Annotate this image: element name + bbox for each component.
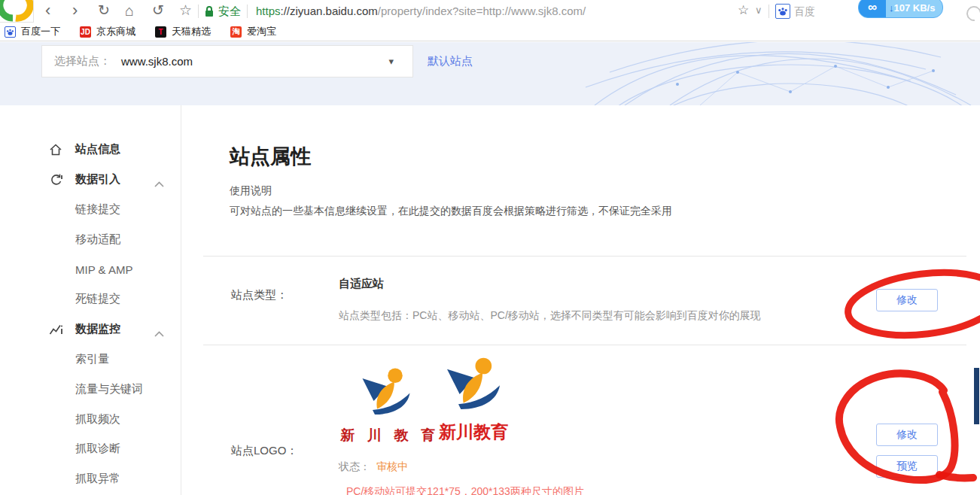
toolbar-divider [247,5,248,18]
row-divider [203,256,966,257]
usage-title: 使用说明 [230,184,272,198]
site-type-value: 自适应站 [339,277,384,291]
chevron-up-icon[interactable] [154,326,164,340]
refresh-icon[interactable]: ↻ [98,0,110,23]
scrollbar-thumb[interactable] [974,368,979,424]
secure-lock-icon [205,6,214,17]
row-divider [203,345,966,345]
logo-upload-note: PC/移动站可提交121*75，200*133两种尺寸的图片 [346,485,584,495]
download-speed-value: 107 KB/s [894,2,936,14]
monitor-icon [48,322,63,337]
baidu-paw-icon [5,26,16,38]
sidebar-item-9[interactable]: 抓取频次 [0,404,181,434]
sidebar-item-label: 站点信息 [75,142,120,156]
bookmark-label: 天猫精选 [172,25,211,38]
logo-figure-icon [355,411,417,424]
bookmark-item[interactable]: 百度一下 [5,25,60,38]
site-type-label: 站点类型： [231,288,288,302]
sidebar-item-label: 流量与关键词 [75,382,143,396]
site-logo-image-small: 新 川 教 育 [340,367,432,445]
sidebar-item-label: 数据引入 [75,172,120,187]
sidebar-item-11[interactable]: 抓取异常 [0,464,181,494]
sidebar-item-label: 移动适配 [75,232,120,247]
sidebar-item-label: 数据监控 [75,322,120,336]
bookmark-item[interactable]: 淘爱淘宝 [230,25,276,38]
sidebar-item-label: 索引量 [75,352,109,366]
download-speed-badge[interactable]: ∞ ↓107 KB/s [858,0,943,18]
url-scheme: https [256,5,281,17]
infinity-icon: ∞ [859,0,886,17]
chevron-down-icon[interactable]: ∨ [755,0,762,23]
site-logo-label: 站点LOGO： [231,444,297,458]
browser-toolbar: ‹ › ↻ ⌂ ↺ ☆ 安全 https://ziyuan.baidu.com/… [0,0,980,23]
baidu-extension-label[interactable]: 百度 [794,5,815,19]
sidebar-item-5[interactable]: 死链提交 [0,284,181,314]
logo-text-small: 新 川 教 育 [340,426,432,445]
sidebar-item-4[interactable]: MIP & AMP [0,254,181,284]
back-button-icon[interactable]: ‹ [45,0,50,23]
sidebar-item-label: MIP & AMP [75,263,132,276]
url-host: ://ziyuan.baidu.com [281,5,378,17]
address-bar[interactable]: https://ziyuan.baidu.com/property/index?… [256,5,586,17]
tmall-icon: T [155,26,166,38]
annotation-tail [939,475,973,478]
globe-mesh-graphic [580,42,980,105]
toolbar-divider [768,5,769,18]
sidebar-item-7[interactable]: 索引量 [0,345,181,375]
site-logo-modify-button[interactable]: 修改 [876,424,938,446]
sidebar-item-10[interactable]: 抓取诊断 [0,434,181,464]
site-logo-preview-button[interactable]: 预览 [876,455,938,478]
chevron-up-icon[interactable] [154,177,164,190]
sidebar-divider [181,105,181,495]
sidebar-item-section-1[interactable]: 数据引入 [0,165,181,195]
site-selector-label: 选择站点： [54,54,111,68]
site-type-modify-button[interactable]: 修改 [876,289,938,311]
home-icon [48,142,63,157]
default-site-link[interactable]: 默认站点 [428,54,473,68]
sidebar-item-label: 抓取诊断 [75,442,120,456]
forward-button-icon[interactable]: › [72,0,78,23]
bookmarks-bar: 百度一下JD京东商城T天猫精选淘爱淘宝 [0,23,980,41]
logo-status-label: 状态： [339,460,370,474]
browser-logo-icon [0,0,33,22]
sidebar-item-8[interactable]: 流量与关键词 [0,374,181,404]
bookmark-label: 京东商城 [96,25,135,38]
security-label: 安全 [218,5,241,19]
page-title: 站点属性 [230,143,311,170]
undo-icon[interactable]: ↺ [152,0,164,23]
select-caret-icon[interactable]: ▾ [388,56,394,67]
bookmark-item[interactable]: JD京东商城 [80,25,135,38]
usage-description: 可对站点的一些基本信息继续设置，在此提交的数据百度会根据策略进行筛选，不保证完全… [230,205,672,218]
baidu-paw-icon[interactable] [775,4,790,19]
favorite-star-icon[interactable]: ☆ [738,0,749,23]
sidebar-item-section-0[interactable]: 站点信息 [0,135,181,165]
sidebar-item-section-6[interactable]: 数据监控 [0,314,181,345]
sidebar-item-3[interactable]: 移动适配 [0,224,181,254]
bookmark-label: 爱淘宝 [247,25,276,38]
loading-circle-icon [963,3,980,24]
bookmark-item[interactable]: T天猫精选 [155,25,211,38]
home-icon[interactable]: ⌂ [125,0,134,23]
logo-figure-icon [438,406,509,419]
bookmark-star-icon[interactable]: ☆ [179,0,192,23]
browser-logo[interactable] [0,0,34,23]
sidebar-item-label: 抓取异常 [75,472,120,486]
toolbar-divider [198,5,199,18]
page-header: 选择站点： www.sjk8.com ▾ 默认站点 [0,42,980,105]
site-type-description: 站点类型包括：PC站、移动站、PC/移动站，选择不同类型有可能会影响到百度对你的… [339,309,761,323]
sidebar-nav: 站点信息数据引入链接提交移动适配MIP & AMP死链提交数据监控索引量流量与关… [0,105,181,494]
sidebar-item-label: 抓取频次 [75,412,120,427]
site-selector-value: www.sjk8.com [121,55,193,68]
taobao-icon: 淘 [230,26,242,38]
sidebar-item-label: 死链提交 [75,292,120,306]
browser-window: ‹ › ↻ ⌂ ↺ ☆ 安全 https://ziyuan.baidu.com/… [0,0,980,495]
site-logo-image-large: 新川教育 [435,357,512,444]
url-path: /property/index?site=http://www.sjk8.com… [378,5,586,17]
bookmark-label: 百度一下 [21,25,60,38]
sidebar-item-2[interactable]: 链接提交 [0,195,181,225]
logo-status-value: 审核中 [376,460,408,474]
site-selector[interactable]: 选择站点： www.sjk8.com ▾ [41,45,413,77]
data-import-icon [48,172,63,187]
sidebar-item-label: 链接提交 [75,202,120,217]
logo-text-large: 新川教育 [435,421,512,444]
